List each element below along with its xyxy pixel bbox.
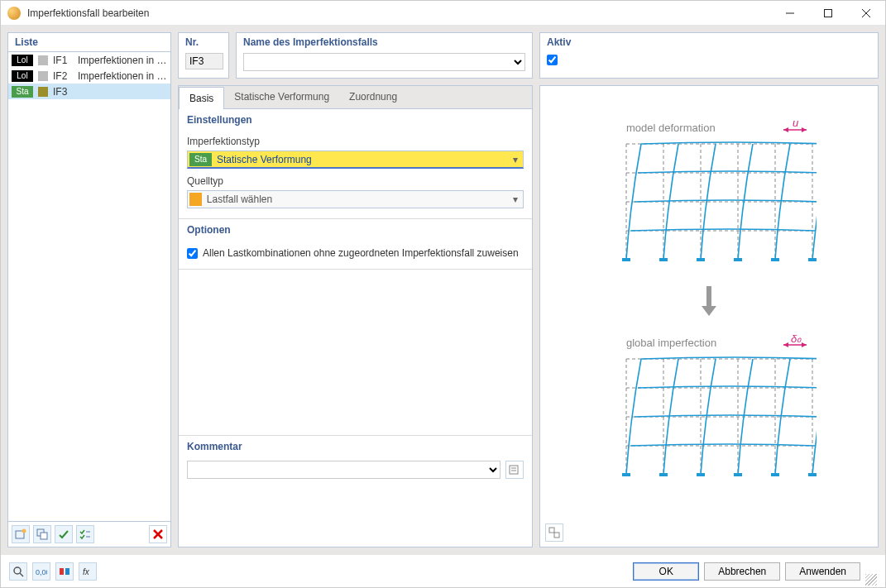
list-swatch (38, 55, 48, 65)
name-box: Name des Imperfektionsfalls (236, 32, 533, 79)
left-column: BasisStatische VerformungZuordnung Einst… (178, 85, 533, 547)
chevron-down-icon[interactable]: ▾ (508, 194, 523, 205)
aktiv-box: Aktiv (539, 32, 879, 79)
nr-label: Nr. (179, 33, 228, 51)
delete-button[interactable] (149, 525, 167, 543)
search-button[interactable] (9, 562, 27, 581)
svg-text:0,00: 0,00 (36, 568, 47, 576)
diagram-top-label: model deformation (626, 122, 716, 134)
imperfektionstyp-combo[interactable]: Sta Statische Verformung ▾ (187, 151, 524, 169)
svg-rect-52 (659, 473, 668, 476)
resize-grip[interactable] (865, 574, 877, 586)
app-icon (7, 7, 21, 20)
quelltyp-swatch (189, 193, 202, 206)
imperfektionstyp-value: Statische Verformung (212, 154, 508, 165)
units-button[interactable]: 0,00 (32, 562, 50, 581)
svg-rect-12 (510, 466, 518, 474)
svg-rect-31 (697, 258, 705, 261)
quelltyp-combo[interactable]: Lastfall wählen ▾ (187, 190, 524, 208)
svg-text:u: u (793, 119, 798, 129)
new-item-button[interactable] (12, 525, 30, 543)
svg-marker-16 (783, 127, 788, 132)
cancel-button[interactable]: Abbrechen (704, 562, 780, 581)
arrow-down-icon (697, 284, 721, 318)
list-text: Imperfektionen in +Y (78, 55, 167, 66)
svg-rect-56 (808, 473, 817, 476)
svg-marker-39 (802, 342, 807, 347)
check-list-button[interactable] (76, 525, 94, 543)
list-swatch (38, 87, 48, 97)
bottombar: 0,00 fx OK Abbrechen Anwenden (1, 554, 885, 587)
tab-statische-verformung[interactable]: Statische Verformung (224, 86, 339, 108)
list-tag: Lol (12, 70, 33, 82)
svg-rect-32 (734, 258, 742, 261)
svg-line-60 (20, 573, 23, 576)
svg-rect-7 (41, 533, 47, 539)
diagram-area: model deformation u (540, 86, 878, 519)
kommentar-section: Kommentar (179, 435, 532, 487)
apply-button[interactable]: Anwenden (785, 562, 860, 581)
list-item[interactable]: StaIF3 (8, 84, 170, 99)
svg-rect-29 (622, 258, 630, 261)
svg-point-59 (14, 567, 21, 574)
svg-rect-34 (808, 258, 817, 261)
titlebar: Imperfektionsfall bearbeiten (1, 1, 885, 26)
quelltyp-label: Quelltyp (187, 175, 524, 187)
list-item[interactable]: LolIF1Imperfektionen in +Y (8, 52, 170, 68)
list-tag: Lol (12, 55, 33, 66)
name-select[interactable] (243, 53, 525, 71)
copy-item-button[interactable] (33, 525, 51, 543)
palette-button[interactable] (55, 562, 74, 581)
close-button[interactable] (847, 1, 885, 25)
top-row: Nr. Name des Imperfektionsfalls Aktiv (178, 32, 879, 79)
global-imperfection-diagram: global imperfection δ₀ (601, 334, 817, 483)
imperfektionstyp-label: Imperfektionstyp (187, 136, 524, 147)
kommentar-select[interactable] (187, 461, 500, 479)
svg-text:fx: fx (83, 567, 90, 576)
svg-rect-63 (65, 568, 69, 575)
kommentar-edit-button[interactable] (505, 461, 524, 479)
quelltyp-value: Lastfall wählen (202, 194, 508, 205)
tabs: BasisStatische VerformungZuordnung (179, 86, 532, 108)
check-one-button[interactable] (55, 525, 73, 543)
ok-button[interactable]: OK (633, 562, 699, 581)
aktiv-checkbox[interactable] (547, 55, 558, 65)
list-tag: Sta (12, 86, 33, 98)
svg-marker-36 (702, 306, 716, 316)
assign-all-checkbox[interactable] (187, 248, 198, 259)
svg-rect-55 (771, 473, 779, 476)
optionen-section: Optionen Allen Lastkombinationen ohne zu… (179, 219, 532, 270)
svg-point-5 (22, 529, 26, 533)
model-deformation-diagram: model deformation u (601, 119, 817, 268)
assign-all-label: Allen Lastkombinationen ohne zugeordnete… (203, 247, 519, 259)
svg-rect-62 (60, 568, 64, 575)
list-item[interactable]: LolIF2Imperfektionen in +X (8, 68, 170, 84)
optionen-title: Optionen (179, 219, 532, 241)
minimize-button[interactable] (771, 1, 809, 25)
svg-text:δ₀: δ₀ (791, 334, 802, 345)
fx-button[interactable]: fx (79, 562, 97, 581)
tab-zuordnung[interactable]: Zuordnung (339, 86, 407, 108)
einstellungen-title: Einstellungen (179, 109, 532, 131)
name-label: Name des Imperfektionsfalls (237, 33, 532, 51)
svg-rect-1 (825, 9, 832, 17)
svg-marker-17 (802, 127, 807, 132)
diagram-settings-button[interactable] (545, 523, 563, 542)
maximize-button[interactable] (809, 1, 847, 25)
einstellungen-section: Einstellungen Imperfektionstyp Sta Stati… (179, 109, 532, 219)
sidebar-list[interactable]: LolIF1Imperfektionen in +YLolIF2Imperfek… (8, 52, 170, 521)
svg-rect-58 (554, 533, 559, 538)
imperfektionstyp-tag: Sta (189, 153, 212, 166)
content: Nr. Name des Imperfektionsfalls Aktiv Ba… (178, 32, 879, 547)
tab-body: Einstellungen Imperfektionstyp Sta Stati… (179, 108, 532, 547)
sidebar: Liste LolIF1Imperfektionen in +YLolIF2Im… (7, 32, 171, 547)
nr-input[interactable] (185, 53, 223, 69)
svg-marker-38 (783, 342, 788, 347)
chevron-down-icon[interactable]: ▾ (508, 154, 523, 165)
svg-rect-30 (659, 258, 668, 261)
diagram-bottom-label: global imperfection (626, 337, 716, 349)
svg-rect-33 (771, 258, 779, 261)
kommentar-title: Kommentar (179, 436, 532, 457)
aktiv-label: Aktiv (540, 33, 878, 51)
tab-basis[interactable]: Basis (179, 87, 224, 109)
